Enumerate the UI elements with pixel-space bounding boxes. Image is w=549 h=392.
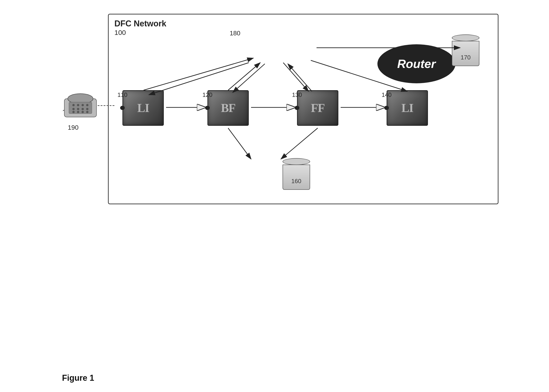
node-li-110-num: 110 <box>117 91 127 98</box>
svg-line-4 <box>149 63 249 95</box>
node-li-110: LI <box>122 90 164 126</box>
db-bottom-center: 160 <box>283 158 310 190</box>
svg-point-23 <box>77 108 79 110</box>
diagram-area: DFC Network 100 Router 180 170 <box>62 14 510 220</box>
svg-point-18 <box>72 104 75 106</box>
node-li-140: LI <box>387 90 428 126</box>
svg-line-6 <box>233 64 265 92</box>
node-ff-130-dot-left <box>295 106 299 110</box>
node-li-110-dot-left <box>120 106 124 110</box>
dfc-network-number: 100 <box>114 28 166 37</box>
svg-point-25 <box>86 108 88 110</box>
node-ff-130-abbr: FF <box>311 101 325 115</box>
node-bf-120: BF <box>207 90 249 126</box>
svg-point-20 <box>82 104 84 106</box>
db-top-number: 170 <box>461 54 471 61</box>
svg-line-3 <box>143 58 253 90</box>
node-bf-120-dot-left <box>205 106 209 110</box>
cyl-top-bottom <box>283 158 310 165</box>
cyl-body-bottom: 160 <box>283 165 310 190</box>
node-bf-120-abbr: BF <box>221 101 235 115</box>
figure-label: Figure 1 <box>62 373 94 383</box>
node-li-140-abbr: LI <box>401 101 413 115</box>
dfc-network-label: DFC Network 100 <box>114 19 166 37</box>
node-ff-130-num: 130 <box>292 91 302 98</box>
router-number: 180 <box>230 30 241 37</box>
db-bottom-number: 160 <box>291 178 301 185</box>
svg-line-8 <box>288 64 312 91</box>
svg-point-22 <box>72 108 75 110</box>
svg-line-7 <box>283 63 308 91</box>
svg-line-5 <box>228 63 260 90</box>
phone-icon <box>62 92 99 122</box>
svg-line-13 <box>228 128 251 159</box>
node-ff-130: FF <box>297 90 338 126</box>
svg-point-28 <box>82 111 84 113</box>
cyl-body-top: 170 <box>452 41 479 66</box>
cyl-top-top <box>452 35 479 41</box>
svg-point-24 <box>82 108 84 110</box>
node-li-140-num: 140 <box>382 91 392 98</box>
svg-point-26 <box>72 111 75 113</box>
router-ellipse: Router <box>378 44 456 83</box>
router-label: Router <box>397 57 436 71</box>
node-li-140-dot-left <box>384 106 388 110</box>
svg-point-27 <box>77 111 79 113</box>
phone-number: 190 <box>68 124 78 131</box>
svg-line-14 <box>281 128 318 159</box>
svg-rect-17 <box>69 102 92 114</box>
db-top-right: 170 <box>452 34 479 66</box>
svg-point-19 <box>77 104 79 106</box>
svg-point-29 <box>86 111 88 113</box>
page: DFC Network 100 Router 180 170 <box>0 0 549 392</box>
node-bf-120-num: 120 <box>202 91 212 98</box>
dfc-network-box: DFC Network 100 Router 180 170 <box>108 14 499 204</box>
svg-point-21 <box>86 104 88 106</box>
node-li-110-abbr: LI <box>137 101 149 115</box>
